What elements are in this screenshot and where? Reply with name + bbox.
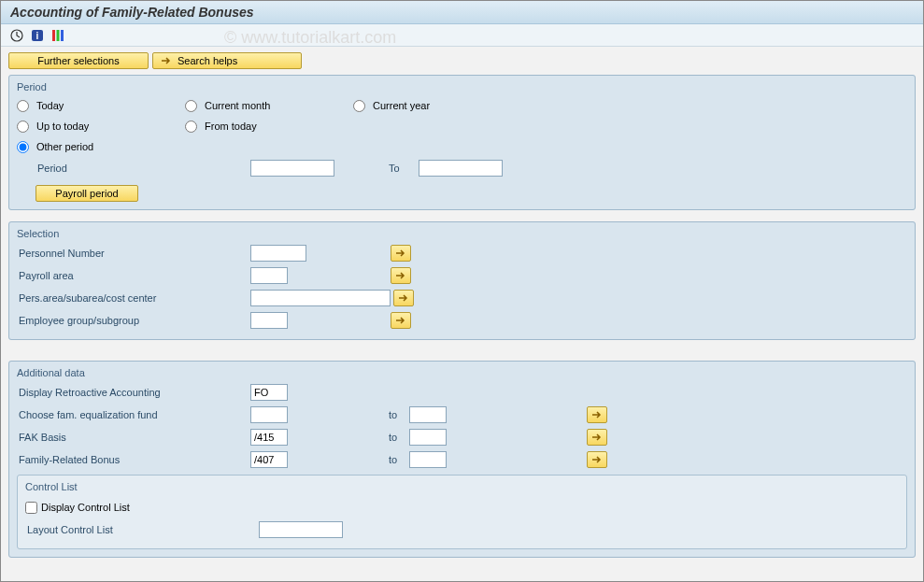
layout-control-list-label: Layout Control List <box>25 524 259 535</box>
selection-legend: Selection <box>17 228 907 239</box>
choose-fam-to-label: to <box>381 409 409 420</box>
fak-basis-to-input[interactable] <box>409 429 447 446</box>
period-group: Period Today Current month Current year … <box>8 75 916 210</box>
personnel-number-multi-button[interactable] <box>391 245 411 262</box>
radio-from-today[interactable]: From today <box>185 121 353 133</box>
arrow-right-icon <box>398 293 409 303</box>
radio-from-today-label: From today <box>205 121 257 132</box>
radio-other-period[interactable]: Other period <box>17 141 185 153</box>
radio-other-period-label: Other period <box>36 141 93 152</box>
arrow-right-icon <box>161 56 172 65</box>
fak-basis-multi-button[interactable] <box>587 429 607 446</box>
search-helps-label: Search helps <box>178 55 237 66</box>
payroll-period-button[interactable]: Payroll period <box>36 185 138 202</box>
employee-group-input[interactable] <box>250 312 288 329</box>
choose-fam-multi-button[interactable] <box>587 406 607 423</box>
choose-fam-input[interactable] <box>250 406 288 423</box>
further-selections-button[interactable]: Further selections <box>8 52 149 69</box>
family-bonus-input[interactable] <box>250 451 288 468</box>
fak-basis-to-label: to <box>381 432 409 443</box>
svg-rect-3 <box>52 30 55 41</box>
fak-basis-input[interactable] <box>250 429 288 446</box>
additional-group: Additional data Display Retroactive Acco… <box>8 361 916 558</box>
radio-today-label: Today <box>36 100 64 111</box>
display-retro-input[interactable] <box>250 384 288 401</box>
selection-group: Selection Personnel Number Payroll area … <box>8 221 916 340</box>
additional-legend: Additional data <box>17 367 907 378</box>
pers-area-input[interactable] <box>250 290 391 306</box>
arrow-right-icon <box>395 316 406 325</box>
arrow-right-icon <box>591 455 603 464</box>
arrow-right-icon <box>395 248 406 258</box>
period-from-input[interactable] <box>250 160 334 177</box>
display-retro-label: Display Retroactive Accounting <box>17 387 250 398</box>
payroll-area-label: Payroll area <box>17 270 250 281</box>
choose-fam-label: Choose fam. equalization fund <box>17 409 250 420</box>
display-control-list-label: Display Control List <box>41 502 130 513</box>
payroll-area-input[interactable] <box>250 267 288 284</box>
period-to-label: To <box>381 163 419 174</box>
arrow-right-icon <box>591 410 603 419</box>
choose-fam-to-input[interactable] <box>409 406 447 423</box>
execute-icon[interactable] <box>8 27 25 44</box>
display-control-list-checkbox[interactable]: Display Control List <box>25 502 259 514</box>
personnel-number-input[interactable] <box>250 245 306 262</box>
info-icon[interactable]: i <box>29 27 46 44</box>
svg-rect-5 <box>61 30 64 41</box>
radio-today[interactable]: Today <box>17 100 185 112</box>
radio-current-year-label: Current year <box>373 100 430 111</box>
control-list-group: Control List Display Control List Layout… <box>17 475 907 549</box>
radio-current-month[interactable]: Current month <box>185 100 353 112</box>
search-helps-button[interactable]: Search helps <box>152 52 302 69</box>
control-list-legend: Control List <box>25 481 899 492</box>
arrow-right-icon <box>395 271 406 280</box>
personnel-number-label: Personnel Number <box>17 248 250 259</box>
family-bonus-to-input[interactable] <box>409 451 447 468</box>
period-legend: Period <box>17 81 907 92</box>
pers-area-label: Pers.area/subarea/cost center <box>17 292 250 304</box>
svg-text:i: i <box>36 31 39 41</box>
toolbar: i <box>1 24 923 47</box>
family-bonus-label: Family-Related Bonus <box>17 454 250 465</box>
fak-basis-label: FAK Basis <box>17 432 250 443</box>
radio-current-month-label: Current month <box>205 100 270 111</box>
period-to-input[interactable] <box>419 160 503 177</box>
employee-group-multi-button[interactable] <box>391 312 411 329</box>
period-label: Period <box>36 163 250 174</box>
radio-up-to-today-label: Up to today <box>36 121 89 132</box>
layout-control-list-input[interactable] <box>259 521 343 538</box>
palette-icon[interactable] <box>50 27 66 44</box>
employee-group-label: Employee group/subgroup <box>17 315 250 326</box>
payroll-area-multi-button[interactable] <box>391 267 411 284</box>
window-title: Accounting of Family-Related Bonuses <box>1 1 923 24</box>
radio-up-to-today[interactable]: Up to today <box>17 121 185 133</box>
pers-area-multi-button[interactable] <box>393 290 414 306</box>
svg-rect-4 <box>57 30 60 41</box>
radio-current-year[interactable]: Current year <box>353 100 521 112</box>
family-bonus-to-label: to <box>381 454 409 465</box>
family-bonus-multi-button[interactable] <box>587 451 607 468</box>
arrow-right-icon <box>591 433 603 442</box>
